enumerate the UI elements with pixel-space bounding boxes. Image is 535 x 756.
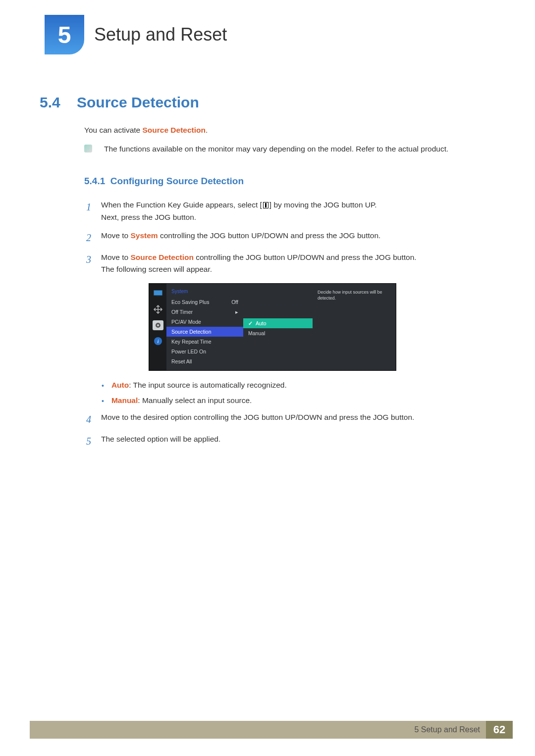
arrows-icon (153, 304, 163, 314)
step-number: 1 (84, 199, 91, 224)
subsection-title-text: Configuring Source Detection (110, 176, 244, 186)
bullet-manual: • Manual: Manually select an input sourc… (102, 396, 505, 406)
menu-icon (263, 202, 268, 208)
monitor-icon (153, 289, 163, 299)
step-2: 2 Move to System controlling the JOG but… (84, 230, 505, 246)
intro-term: Source Detection (142, 126, 205, 134)
section-title-text: Source Detection (77, 94, 199, 110)
svg-point-3 (157, 324, 159, 326)
step-5: 5 The selected option will be applied. (84, 433, 505, 449)
step-number: 4 (84, 411, 91, 427)
page-footer: 5 Setup and Reset 62 (30, 721, 513, 739)
step-number: 2 (84, 230, 91, 246)
osd-item-pcav: PC/AV Mode (166, 317, 243, 327)
section-number: 5.4 (40, 94, 77, 111)
step-3: 3 Move to Source Detection controlling t… (84, 252, 505, 276)
page-header: 5 Setup and Reset (0, 0, 535, 54)
info-icon: i (153, 336, 163, 346)
section-heading: 5.4Source Detection (40, 94, 505, 111)
gear-icon (153, 320, 163, 330)
osd-item-source-highlighted: Source Detection (166, 327, 243, 337)
osd-menu-screenshot: i System Eco Saving PlusOff Off Timer▸ P… (149, 283, 396, 371)
osd-item-powerled: Power LED On (166, 347, 243, 356)
bullet-list: • Auto: The input source is automaticall… (102, 381, 505, 406)
subsection-number: 5.4.1 (84, 176, 105, 186)
intro-text: You can activate Source Detection. (84, 126, 505, 135)
osd-item-keyrepeat: Key Repeat Time (166, 337, 243, 347)
note-icon (84, 145, 94, 153)
osd-item-eco: Eco Saving PlusOff (166, 297, 243, 307)
osd-option-auto: Auto (243, 318, 313, 328)
osd-left-column: System Eco Saving PlusOff Off Timer▸ PC/… (166, 284, 243, 370)
osd-hint: Decide how input sources will be detecte… (313, 284, 396, 370)
svg-rect-0 (154, 290, 162, 296)
page-number: 62 (486, 721, 513, 739)
osd-sidebar: i (149, 284, 166, 370)
step-1: 1 When the Function Key Guide appears, s… (84, 199, 505, 224)
bullet-dot-icon: • (102, 381, 104, 391)
step-number: 3 (84, 252, 91, 276)
step-4: 4 Move to the desired option controlling… (84, 411, 505, 427)
note-text: The functions available on the monitor m… (104, 145, 448, 153)
osd-title: System (166, 288, 243, 297)
footer-text: 5 Setup and Reset (414, 725, 480, 734)
step-number: 5 (84, 433, 91, 449)
bullet-dot-icon: • (102, 396, 104, 406)
osd-options-column: Auto Manual (243, 284, 313, 370)
osd-option-manual: Manual (243, 328, 313, 338)
osd-item-resetall: Reset All (166, 356, 243, 366)
osd-item-offtimer: Off Timer▸ (166, 307, 243, 317)
section-body: 5.4Source Detection You can activate Sou… (0, 54, 535, 449)
bullet-auto: • Auto: The input source is automaticall… (102, 381, 505, 391)
chapter-badge: 5 (45, 15, 84, 54)
svg-rect-1 (157, 296, 160, 297)
svg-text:i: i (157, 338, 159, 344)
chapter-title: Setup and Reset (94, 24, 227, 45)
note-block: The functions available on the monitor m… (84, 145, 505, 153)
subsection-heading: 5.4.1 Configuring Source Detection (84, 176, 505, 187)
